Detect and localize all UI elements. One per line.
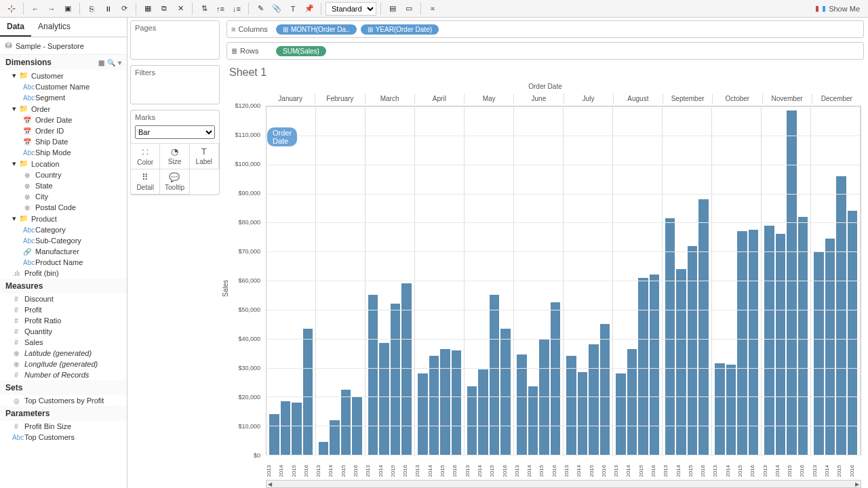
measure-longitude-generated-[interactable]: ⊕Longitude (generated) [0,359,127,369]
bar[interactable] [737,231,747,455]
bar[interactable] [814,251,824,455]
field-order-date[interactable]: 📅Order Date [0,115,127,125]
field-city[interactable]: ⊕City [0,191,127,202]
forward-icon[interactable]: → [44,2,59,16]
measure-profit[interactable]: #Profit [0,304,127,315]
folder-location[interactable]: ▾📁Location [0,158,127,169]
pin-icon[interactable]: 📌 [302,2,317,16]
bar[interactable] [517,354,527,455]
tab-data[interactable]: Data [0,18,31,37]
bar[interactable] [589,344,599,455]
new-sheet-icon[interactable]: ▦ [140,2,155,16]
bar[interactable] [638,278,648,455]
measure-quantity[interactable]: #Quantity [0,326,127,337]
field-country[interactable]: ⊕Country [0,169,127,180]
field-ship-mode[interactable]: AbcShip Mode [0,147,127,158]
bar[interactable] [319,442,329,455]
rows-shelf[interactable]: ≣Rows SUM(Sales) [226,42,864,60]
view-icon[interactable]: ▦ [98,59,104,66]
bar[interactable] [440,349,450,455]
bar[interactable] [429,356,439,455]
share-icon[interactable]: ∝ [425,2,440,16]
field-manufacturer[interactable]: 🔗Manufacturer [0,246,127,257]
text-icon[interactable]: T [285,2,300,16]
fit-select[interactable]: Standard [326,2,376,16]
highlight-icon[interactable]: ✎ [253,2,268,16]
bar[interactable] [418,373,428,455]
set-item[interactable]: ◎Top Customers by Profit [0,395,127,406]
field-sub-category[interactable]: AbcSub-Category [0,235,127,246]
bar[interactable] [676,269,686,455]
bar[interactable] [292,403,302,455]
parameter-item[interactable]: #Profit Bin Size [0,421,127,432]
bar[interactable] [726,365,736,455]
marks-tooltip-button[interactable]: 💬Tooltip [159,169,189,195]
menu-icon[interactable]: ▾ [118,59,121,66]
bar[interactable] [269,414,279,455]
new-datasource-icon[interactable]: ⎘ [84,2,99,16]
folder-product[interactable]: ▾📁Product [0,213,127,224]
parameter-item[interactable]: AbcTop Customers [0,432,127,443]
bar[interactable] [391,304,401,455]
h-scrollbar[interactable]: ◀ ▶ [266,480,861,488]
bar[interactable] [500,329,511,455]
bar[interactable] [566,356,576,455]
clear-icon[interactable]: ✕ [173,2,188,16]
columns-shelf[interactable]: ≡Columns ⊞MONTH(Order Da.. ⊞YEAR(Order D… [226,20,864,38]
show-cards-icon[interactable]: ▤ [385,2,400,16]
bar[interactable] [776,234,786,455]
bar[interactable] [698,199,709,455]
tableau-logo-icon[interactable] [4,2,19,16]
sort-asc-icon[interactable]: ↑≡ [213,2,228,16]
swap-icon[interactable]: ⇅ [197,2,212,16]
bar[interactable] [650,274,660,455]
bar[interactable] [341,390,351,455]
bar[interactable] [715,363,725,455]
bar[interactable] [848,211,858,455]
mark-type-select[interactable]: Bar [135,125,215,139]
field-segment[interactable]: AbcSegment [0,92,127,103]
measure-latitude-generated-[interactable]: ⊕Latitude (generated) [0,348,127,359]
show-me-button[interactable]: ▮▮Show Me [811,3,864,14]
measure-number-of-records[interactable]: #Number of Records [0,369,127,380]
pill-year-orderdate[interactable]: ⊞YEAR(Order Date) [361,24,439,35]
bar[interactable] [379,343,389,455]
bar[interactable] [478,369,488,455]
scroll-left-icon[interactable]: ◀ [268,481,272,487]
field-profit-bin[interactable]: .ılıProfit (bin) [0,268,127,279]
search-icon[interactable]: 🔍 [107,59,115,66]
measure-sales[interactable]: #Sales [0,337,127,348]
bar[interactable] [665,218,675,455]
group-icon[interactable]: 📎 [269,2,284,16]
marks-label-button[interactable]: TLabel [189,143,219,169]
bar[interactable] [452,350,462,455]
filters-shelf[interactable]: Filters [130,65,220,104]
bar[interactable] [551,302,561,455]
marks-detail-button[interactable]: ⠿Detail [130,169,160,195]
scroll-right-icon[interactable]: ▶ [855,481,859,487]
field-category[interactable]: AbcCategory [0,224,127,235]
folder-customer[interactable]: ▾📁Customer [0,70,127,81]
field-order-id[interactable]: 📅Order ID [0,125,127,136]
bar[interactable] [787,110,797,455]
duplicate-icon[interactable]: ⧉ [157,2,172,16]
tab-analytics[interactable]: Analytics [31,18,77,37]
marks-color-button[interactable]: ⸬Color [130,143,160,169]
field-product-name[interactable]: AbcProduct Name [0,257,127,268]
bar[interactable] [627,349,637,455]
bar[interactable] [490,295,500,455]
pages-shelf[interactable]: Pages [130,20,220,60]
bar[interactable] [688,246,698,455]
datasource-item[interactable]: ⛁ Sample - Superstore [0,37,127,55]
presentation-icon[interactable]: ▭ [401,2,416,16]
measure-profit-ratio[interactable]: #Profit Ratio [0,315,127,326]
bar[interactable] [281,401,291,455]
bar[interactable] [825,239,835,455]
pill-month-orderdate[interactable]: ⊞MONTH(Order Da.. [276,24,357,35]
field-customer-name[interactable]: AbcCustomer Name [0,81,127,92]
back-icon[interactable]: ← [28,2,43,16]
pill-sum-sales[interactable]: SUM(Sales) [276,46,326,56]
bar[interactable] [600,324,610,455]
bar[interactable] [764,226,774,455]
folder-order[interactable]: ▾📁Order [0,103,127,115]
